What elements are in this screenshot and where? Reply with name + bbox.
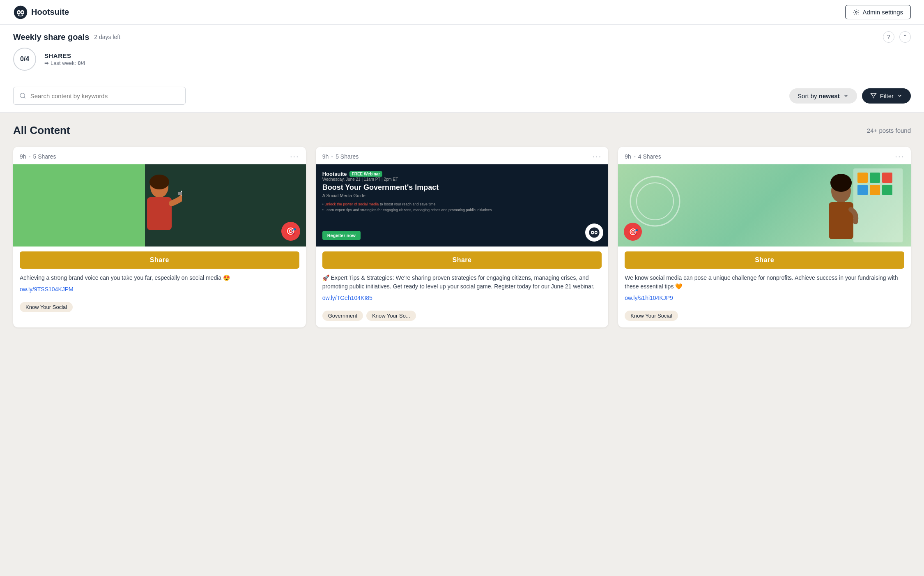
card-2-tags: Government Know Your So... <box>316 306 609 327</box>
card-1-image: 🎯 <box>13 164 306 247</box>
card-3-dot: • <box>634 153 636 160</box>
search-input[interactable] <box>30 92 179 99</box>
card-1-more-button[interactable]: ··· <box>290 152 299 161</box>
filter-button[interactable]: Filter <box>862 88 911 104</box>
search-wrapper[interactable] <box>13 87 186 105</box>
card-3-person-svg <box>821 168 903 242</box>
webinar-owl-icon <box>588 227 600 238</box>
svg-point-12 <box>589 227 600 237</box>
card-2-tag-1[interactable]: Know Your So... <box>366 311 416 321</box>
card-1-badge: 🎯 <box>281 222 300 241</box>
svg-point-5 <box>855 12 857 13</box>
posts-found: 24+ posts found <box>867 127 911 134</box>
filter-icon <box>870 92 877 99</box>
svg-point-15 <box>592 232 593 233</box>
collapse-icon[interactable]: ⌃ <box>899 31 911 43</box>
card-3-share-button[interactable]: Share <box>625 251 904 269</box>
card-1-share-row: Share <box>13 247 306 274</box>
card-2-age: 9h <box>322 153 329 160</box>
svg-point-25 <box>830 174 852 192</box>
webinar-bullets: • Unlock the power of social media to bo… <box>322 201 602 213</box>
card-2-share-row: Share <box>316 247 609 274</box>
shares-last-week: ➡ Last week: 0/4 <box>44 60 85 66</box>
card-2-text: 🚀 Expert Tips & Strategies: We're sharin… <box>322 274 602 291</box>
card-3-more-button[interactable]: ··· <box>895 152 904 161</box>
card-1-dot: • <box>29 153 31 160</box>
chevron-down-icon <box>843 93 849 99</box>
card-3-header: 9h • 4 Shares ··· <box>618 147 911 164</box>
shares-info: SHARES ➡ Last week: 0/4 <box>44 52 85 66</box>
hootsuite-owl-icon <box>13 5 28 20</box>
webinar-register-button[interactable]: Register now <box>322 231 361 240</box>
card-3-meta: 9h • 4 Shares <box>625 153 661 160</box>
svg-rect-10 <box>147 197 172 230</box>
card-1-tag-0[interactable]: Know Your Social <box>20 302 73 312</box>
webinar-bullet-2: • Learn expert tips and strategies for e… <box>322 207 602 213</box>
card-2-link[interactable]: ow.ly/TGeh104KI85 <box>322 295 372 301</box>
card-2-image: Hootsuite FREE Webinar Wednesday, June 2… <box>316 164 609 247</box>
card-3-circle <box>626 173 684 230</box>
webinar-free-badge: FREE Webinar <box>349 171 383 177</box>
main-content: All Content 24+ posts found 9h • 5 Share… <box>0 113 924 339</box>
webinar-tagline: A Social Media Guide <box>322 193 602 198</box>
content-header: All Content 24+ posts found <box>13 124 911 137</box>
days-left-badge: 2 days left <box>94 34 120 40</box>
logo-text: Hootsuite <box>31 7 69 17</box>
card-3-tags: Know Your Social <box>618 306 911 327</box>
svg-point-3 <box>18 11 20 13</box>
svg-rect-23 <box>882 185 892 195</box>
card-3-tag-0[interactable]: Know Your Social <box>625 311 678 321</box>
shares-label: SHARES <box>44 52 85 59</box>
card-3-image: 🎯 <box>618 164 911 247</box>
sort-label: Sort by newest <box>798 92 840 99</box>
sort-button[interactable]: Sort by newest <box>789 88 857 104</box>
card-1-header: 9h • 5 Shares ··· <box>13 147 306 164</box>
card-1-meta: 9h • 5 Shares <box>20 153 56 160</box>
svg-point-27 <box>630 177 680 226</box>
card-2-more-button[interactable]: ··· <box>593 152 602 161</box>
card-2-owl-badge <box>585 223 603 242</box>
logo: Hootsuite <box>13 5 69 20</box>
content-card-2: 9h • 5 Shares ··· Hootsuite FREE Webinar… <box>316 147 609 327</box>
content-card-3: 9h • 4 Shares ··· <box>618 147 911 327</box>
card-2-header: 9h • 5 Shares ··· <box>316 147 609 164</box>
content-card-1: 9h • 5 Shares ··· <box>13 147 306 327</box>
card-3-body: We know social media can pose a unique c… <box>618 274 911 306</box>
card-3-text: We know social media can pose a unique c… <box>625 274 904 291</box>
card-1-tags: Know Your Social <box>13 298 306 319</box>
last-week-label: Last week: <box>51 60 76 66</box>
svg-point-6 <box>20 93 25 98</box>
app-header: Hootsuite Admin settings <box>0 0 924 25</box>
webinar-brand-row: Hootsuite FREE Webinar <box>322 171 602 177</box>
card-2-meta: 9h • 5 Shares <box>322 153 359 160</box>
svg-point-28 <box>637 183 673 220</box>
card-1-link[interactable]: ow.ly/9TSS104KJPM <box>20 286 74 293</box>
card-2-shares: 5 Shares <box>336 153 359 160</box>
svg-rect-11 <box>178 192 182 195</box>
card-2-tag-0[interactable]: Government <box>322 311 363 321</box>
webinar-date: Wednesday, June 21 | 11am PT | 2pm ET <box>322 177 602 182</box>
admin-settings-button[interactable]: Admin settings <box>845 5 911 19</box>
cards-grid: 9h • 5 Shares ··· <box>13 147 911 327</box>
help-icon[interactable]: ? <box>883 31 894 43</box>
card-1-shares: 5 Shares <box>33 153 56 160</box>
card-3-shares: 4 Shares <box>638 153 661 160</box>
card-2-body: 🚀 Expert Tips & Strategies: We're sharin… <box>316 274 609 306</box>
card-1-person-svg <box>137 175 182 247</box>
card-3-age: 9h <box>625 153 631 160</box>
goals-title-row: Weekly share goals 2 days left <box>13 32 120 42</box>
svg-rect-18 <box>857 173 868 183</box>
card-3-link[interactable]: ow.ly/s1hi104KJP9 <box>625 295 673 301</box>
card-1-share-button[interactable]: Share <box>20 251 299 269</box>
search-icon <box>19 92 26 99</box>
card-2-share-button[interactable]: Share <box>322 251 602 269</box>
card-3-badge: 🎯 <box>624 223 642 241</box>
webinar-bullet-1: • Unlock the power of social media to bo… <box>322 201 602 207</box>
content-section-title: All Content <box>13 124 70 137</box>
last-week-value: 0/4 <box>78 60 85 66</box>
goals-section: Weekly share goals 2 days left ? ⌃ 0/4 S… <box>0 25 924 79</box>
card-3-share-row: Share <box>618 247 911 274</box>
admin-settings-label: Admin settings <box>863 9 903 16</box>
toolbar: Sort by newest Filter <box>0 79 924 113</box>
filter-label: Filter <box>880 92 894 99</box>
